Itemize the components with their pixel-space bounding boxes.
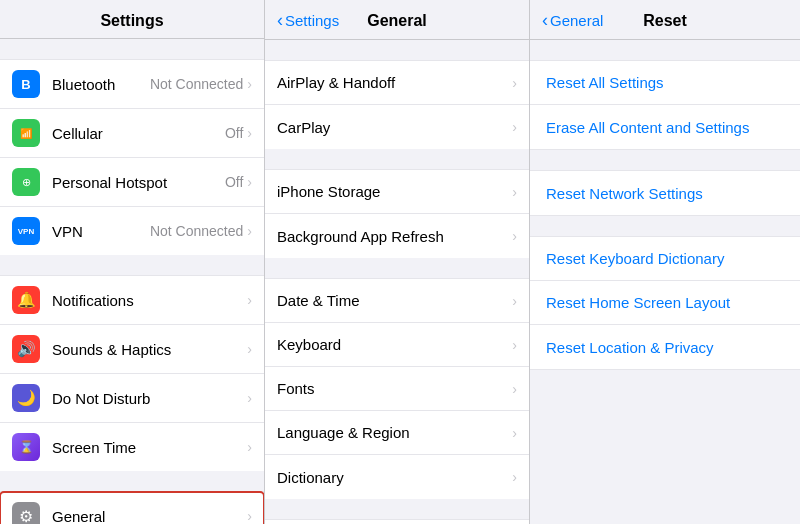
sidebar-item-general[interactable]: ⚙ General › [0, 492, 264, 524]
general-chevron: › [247, 508, 252, 524]
cellular-label: Cellular [52, 125, 225, 142]
reset-keyboard-label: Reset Keyboard Dictionary [546, 250, 784, 267]
general-panel: ‹ Settings General AirPlay & Handoff › C… [265, 0, 530, 524]
hotspot-chevron: › [247, 174, 252, 190]
storage-chevron: › [512, 184, 517, 200]
sidebar-item-vpn[interactable]: VPN VPN Not Connected › [0, 207, 264, 255]
cellular-value: Off [225, 125, 243, 141]
reset-network-label: Reset Network Settings [546, 185, 784, 202]
reset-keyboard-button[interactable]: Reset Keyboard Dictionary [530, 237, 800, 281]
sidebar-item-bluetooth[interactable]: B Bluetooth Not Connected › [0, 60, 264, 109]
bluetooth-chevron: › [247, 76, 252, 92]
mid-item-vpn[interactable]: VPN Not Connected › [265, 520, 529, 524]
sidebar-item-notifications[interactable]: 🔔 Notifications › [0, 276, 264, 325]
general-header: ‹ Settings General [265, 0, 529, 40]
dnd-chevron: › [247, 390, 252, 406]
datetime-chevron: › [512, 293, 517, 309]
sidebar-item-screentime[interactable]: ⌛ Screen Time › [0, 423, 264, 471]
mid-item-keyboard[interactable]: Keyboard › [265, 323, 529, 367]
bgrefresh-chevron: › [512, 228, 517, 244]
reset-homescreen-label: Reset Home Screen Layout [546, 294, 784, 311]
erase-all-button[interactable]: Erase All Content and Settings [530, 105, 800, 149]
notifications-group: 🔔 Notifications › 🔊 Sounds & Haptics › 🌙… [0, 275, 264, 471]
storage-label: iPhone Storage [277, 183, 512, 200]
screentime-icon: ⌛ [12, 433, 40, 461]
general-group: ⚙ General › ⊞ Control Center › AA Displa… [0, 491, 264, 524]
sidebar-item-dnd[interactable]: 🌙 Do Not Disturb › [0, 374, 264, 423]
general-label: General [52, 508, 247, 525]
vpn-value: Not Connected [150, 223, 243, 239]
carplay-chevron: › [512, 119, 517, 135]
back-label: Settings [285, 12, 339, 29]
mid-item-bgrefresh[interactable]: Background App Refresh › [265, 214, 529, 258]
reset-header: ‹ General Reset [530, 0, 800, 40]
notifications-chevron: › [247, 292, 252, 308]
hotspot-label: Personal Hotspot [52, 174, 225, 191]
sidebar-item-hotspot[interactable]: ⊕ Personal Hotspot Off › [0, 158, 264, 207]
reset-group-2: Reset Network Settings [530, 170, 800, 216]
back-to-settings-button[interactable]: ‹ Settings [277, 10, 339, 31]
bluetooth-value: Not Connected [150, 76, 243, 92]
vpn-label: VPN [52, 223, 150, 240]
dnd-icon: 🌙 [12, 384, 40, 412]
connectivity-group: B Bluetooth Not Connected › 📶 Cellular O… [0, 59, 264, 255]
erase-all-label: Erase All Content and Settings [546, 119, 784, 136]
sounds-label: Sounds & Haptics [52, 341, 247, 358]
keyboard-label: Keyboard [277, 336, 512, 353]
notifications-label: Notifications [52, 292, 247, 309]
mid-vpn-group: VPN Not Connected › [265, 519, 529, 524]
reset-all-settings-button[interactable]: Reset All Settings [530, 61, 800, 105]
sidebar-item-cellular[interactable]: 📶 Cellular Off › [0, 109, 264, 158]
keyboard-chevron: › [512, 337, 517, 353]
reset-location-label: Reset Location & Privacy [546, 339, 784, 356]
reset-network-button[interactable]: Reset Network Settings [530, 171, 800, 215]
back-general-label: General [550, 12, 603, 29]
fonts-label: Fonts [277, 380, 512, 397]
general-icon: ⚙ [12, 502, 40, 524]
reset-homescreen-button[interactable]: Reset Home Screen Layout [530, 281, 800, 325]
reset-panel: ‹ General Reset Reset All Settings Erase… [530, 0, 800, 524]
reset-group-3: Reset Keyboard Dictionary Reset Home Scr… [530, 236, 800, 370]
datetime-label: Date & Time [277, 292, 512, 309]
language-label: Language & Region [277, 424, 512, 441]
cellular-chevron: › [247, 125, 252, 141]
back-chevron-icon: ‹ [277, 10, 283, 31]
bluetooth-label: Bluetooth [52, 76, 150, 93]
mid-item-dictionary[interactable]: Dictionary › [265, 455, 529, 499]
bluetooth-icon: B [12, 70, 40, 98]
back-chevron-icon2: ‹ [542, 10, 548, 31]
cellular-icon: 📶 [12, 119, 40, 147]
dnd-label: Do Not Disturb [52, 390, 247, 407]
carplay-label: CarPlay [277, 119, 512, 136]
sounds-icon: 🔊 [12, 335, 40, 363]
vpn-icon: VPN [12, 217, 40, 245]
storage-group: iPhone Storage › Background App Refresh … [265, 169, 529, 258]
mid-item-language[interactable]: Language & Region › [265, 411, 529, 455]
mid-item-storage[interactable]: iPhone Storage › [265, 170, 529, 214]
airplay-label: AirPlay & Handoff [277, 74, 512, 91]
bgrefresh-label: Background App Refresh [277, 228, 512, 245]
settings-title: Settings [0, 0, 264, 39]
settings-panel: Settings B Bluetooth Not Connected › 📶 C… [0, 0, 265, 524]
sounds-chevron: › [247, 341, 252, 357]
mid-item-carplay[interactable]: CarPlay › [265, 105, 529, 149]
vpn-chevron: › [247, 223, 252, 239]
airplay-group: AirPlay & Handoff › CarPlay › [265, 60, 529, 149]
reset-group-1: Reset All Settings Erase All Content and… [530, 60, 800, 150]
notifications-icon: 🔔 [12, 286, 40, 314]
screentime-chevron: › [247, 439, 252, 455]
back-to-general-button[interactable]: ‹ General [542, 10, 603, 31]
reset-all-label: Reset All Settings [546, 74, 784, 91]
dictionary-chevron: › [512, 469, 517, 485]
general-panel-title: General [367, 12, 427, 30]
sidebar-item-sounds[interactable]: 🔊 Sounds & Haptics › [0, 325, 264, 374]
language-chevron: › [512, 425, 517, 441]
fonts-chevron: › [512, 381, 517, 397]
reset-location-button[interactable]: Reset Location & Privacy [530, 325, 800, 369]
mid-item-datetime[interactable]: Date & Time › [265, 279, 529, 323]
hotspot-value: Off [225, 174, 243, 190]
mid-item-fonts[interactable]: Fonts › [265, 367, 529, 411]
screentime-label: Screen Time [52, 439, 247, 456]
hotspot-icon: ⊕ [12, 168, 40, 196]
mid-item-airplay[interactable]: AirPlay & Handoff › [265, 61, 529, 105]
